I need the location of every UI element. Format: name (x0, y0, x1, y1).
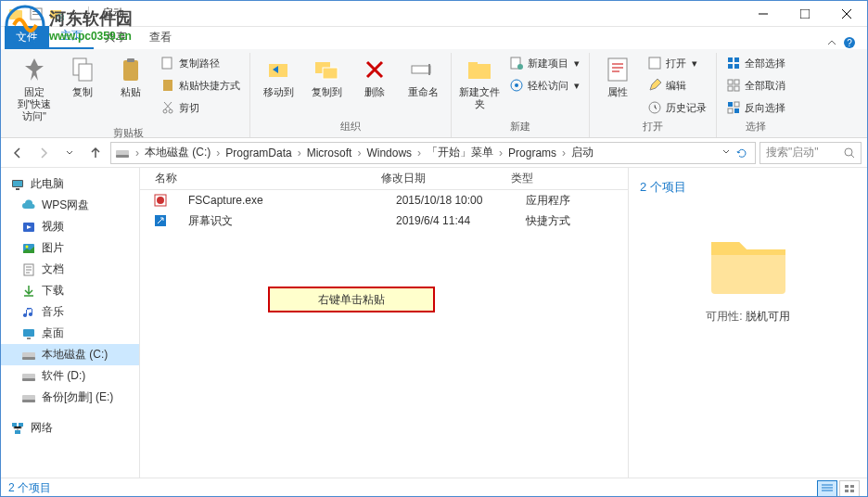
dp-availability: 可用性: 脱机可用 (706, 309, 790, 325)
picture-icon (21, 241, 36, 256)
maximize-button[interactable] (784, 1, 825, 27)
bc-item[interactable]: 「开始」菜单 (423, 145, 497, 160)
svg-rect-16 (163, 80, 172, 91)
file-row[interactable]: FSCapture.exe 2015/10/18 10:00 应用程序 (140, 190, 628, 210)
app-icon (153, 193, 168, 208)
select-none-icon (726, 78, 741, 93)
properties-button[interactable]: 属性 (595, 53, 640, 100)
col-name[interactable]: 名称 (140, 171, 381, 186)
nav-up-button[interactable] (84, 142, 107, 164)
paste-button[interactable]: 粘贴 (108, 53, 153, 100)
invert-selection-icon (726, 100, 741, 115)
music-icon (21, 305, 36, 320)
bc-item[interactable]: 本地磁盘 (C:) (141, 145, 214, 160)
folder-large-icon (704, 223, 793, 298)
bc-item[interactable]: Windows (363, 147, 415, 159)
new-item-button[interactable]: 新建项目▾ (505, 53, 583, 73)
copy-button[interactable]: 复制 (60, 53, 105, 100)
svg-point-47 (845, 148, 852, 156)
col-type[interactable]: 类型 (511, 171, 613, 186)
svg-rect-31 (649, 57, 660, 69)
drive-icon (21, 369, 36, 384)
svg-point-29 (515, 83, 518, 87)
file-list[interactable]: 名称 修改日期 类型 FSCapture.exe 2015/10/18 10:0… (140, 168, 628, 478)
statusbar: 2 个项目 (1, 478, 867, 497)
rename-icon (408, 55, 438, 84)
copy-to-icon (312, 55, 341, 84)
bc-refresh-icon[interactable] (736, 147, 747, 159)
folder-icon (8, 6, 23, 21)
close-button[interactable] (825, 1, 867, 27)
bc-item[interactable]: ProgramData (222, 147, 295, 159)
sidebar-item-drive-e[interactable]: 备份[勿删] (E:) (1, 387, 139, 408)
shortcut-icon (153, 213, 168, 228)
nav-recent-button[interactable] (58, 142, 81, 164)
select-all-button[interactable]: 全部选择 (722, 53, 789, 73)
copy-path-button[interactable]: 复制路径 (157, 53, 244, 73)
bc-item[interactable]: Microsoft (303, 147, 356, 159)
tab-file[interactable]: 文件 (5, 26, 49, 49)
svg-rect-60 (22, 378, 35, 381)
tab-home[interactable]: 主页 (49, 24, 94, 49)
open-button[interactable]: 打开▾ (644, 53, 710, 73)
col-date[interactable]: 修改日期 (381, 171, 511, 186)
sidebar-item-pictures[interactable]: 图片 (1, 237, 139, 259)
open-group-label: 打开 (643, 118, 663, 137)
bc-dropdown-icon[interactable] (721, 147, 731, 157)
paste-icon (116, 55, 146, 84)
edit-button[interactable]: 编辑 (644, 75, 710, 96)
move-to-button[interactable]: 移动到 (256, 53, 300, 100)
breadcrumb[interactable]: › 本地磁盘 (C:)› ProgramData› Microsoft› Win… (110, 142, 756, 164)
svg-rect-23 (428, 64, 430, 75)
nav-forward-button[interactable] (32, 142, 55, 164)
delete-button[interactable]: 删除 (352, 53, 397, 100)
pin-button[interactable]: 固定到"快速访问" (12, 53, 57, 124)
sidebar-item-desktop[interactable]: 桌面 (1, 323, 139, 344)
ribbon-collapse-icon[interactable] (826, 37, 837, 48)
tab-share[interactable]: 共享 (94, 26, 138, 49)
sidebar-item-videos[interactable]: 视频 (1, 216, 139, 237)
nav-back-button[interactable] (6, 142, 29, 164)
qat-dropdown-icon[interactable] (70, 10, 77, 18)
sidebar-item-thispc[interactable]: 此电脑 (1, 173, 139, 195)
tab-view[interactable]: 查看 (138, 26, 183, 49)
invert-selection-button[interactable]: 反向选择 (722, 97, 789, 118)
file-row[interactable]: 屏幕识文 2019/6/4 11:44 快捷方式 (140, 210, 628, 231)
view-icons-button[interactable] (839, 480, 860, 497)
svg-rect-65 (15, 430, 20, 434)
bc-item[interactable]: Programs (504, 147, 560, 159)
document-icon (21, 262, 36, 277)
ribbon: 固定到"快速访问" 复制 粘贴 复制路径 粘贴快捷方式 剪切 剪贴板 移动到 复… (1, 49, 867, 138)
copy-to-button[interactable]: 复制到 (304, 53, 349, 100)
svg-rect-5 (32, 14, 40, 15)
cut-button[interactable]: 剪切 (157, 97, 244, 118)
sidebar: 此电脑 WPS网盘 视频 图片 文档 下载 音乐 桌面 本地磁盘 (C:) 软件… (1, 168, 140, 478)
history-button[interactable]: 历史记录 (644, 97, 710, 118)
select-none-button[interactable]: 全部取消 (722, 75, 789, 96)
view-details-button[interactable] (817, 480, 837, 497)
select-all-icon (726, 56, 741, 70)
sidebar-item-music[interactable]: 音乐 (1, 301, 139, 323)
pin-icon (19, 55, 49, 84)
sidebar-item-drive-d[interactable]: 软件 (D:) (1, 365, 139, 387)
search-input[interactable]: 搜索"启动" (760, 142, 862, 164)
svg-rect-12 (79, 64, 92, 81)
qat-properties-icon[interactable] (29, 6, 44, 21)
svg-rect-69 (845, 485, 849, 488)
bc-item[interactable]: 启动 (568, 145, 597, 160)
easy-access-button[interactable]: 轻松访问▾ (505, 75, 583, 96)
rename-button[interactable]: 重命名 (401, 53, 445, 100)
sidebar-item-wps[interactable]: WPS网盘 (1, 195, 139, 216)
window-title: 启动 (102, 6, 124, 21)
sidebar-item-network[interactable]: 网络 (1, 417, 139, 439)
sidebar-item-downloads[interactable]: 下载 (1, 280, 139, 301)
sidebar-item-drive-c[interactable]: 本地磁盘 (C:) (1, 344, 139, 365)
new-folder-button[interactable]: 新建文件夹 (457, 53, 502, 112)
minimize-button[interactable] (742, 1, 784, 27)
help-icon[interactable]: ? (843, 36, 856, 49)
qat-newfolder-icon[interactable] (49, 6, 64, 21)
paste-shortcut-button[interactable]: 粘贴快捷方式 (157, 75, 244, 96)
details-pane: 2 个项目 可用性: 脱机可用 (628, 168, 867, 478)
sidebar-item-documents[interactable]: 文档 (1, 259, 139, 280)
svg-rect-21 (323, 68, 338, 79)
